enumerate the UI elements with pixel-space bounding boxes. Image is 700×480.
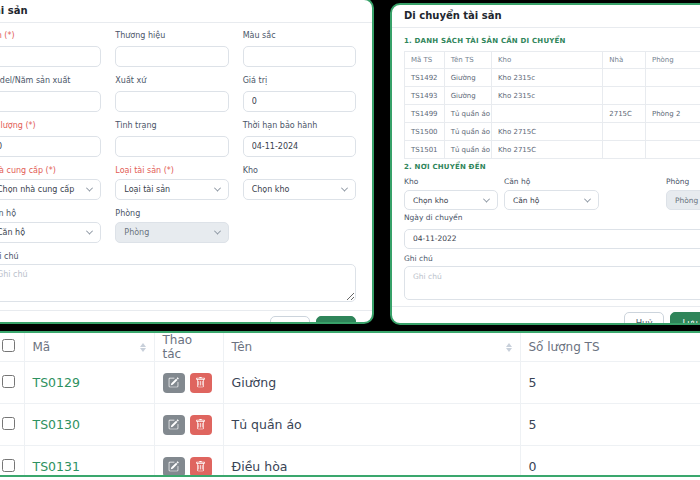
move-col-header: Mã TS xyxy=(405,52,445,69)
field-label: Thời hạn bảo hành xyxy=(243,121,356,131)
chevron-down-icon xyxy=(584,195,591,202)
move-table-cell: Tủ quần áo xyxy=(444,123,491,141)
field-label: Màu sắc xyxy=(243,31,356,41)
select-value: Căn hộ xyxy=(0,228,25,237)
move-table-row: TS1501Tủ quần áoKho 2715C xyxy=(405,141,700,159)
select-lo-i-t-i-s-n-[interactable]: Loại tài sản xyxy=(115,179,228,200)
move-table-row: TS1500Tủ quần áoKho 2715C xyxy=(405,123,700,141)
move-date-label: Ngày di chuyển xyxy=(404,213,700,223)
note-textarea[interactable] xyxy=(0,264,356,302)
edit-button[interactable] xyxy=(163,415,185,435)
delete-button[interactable] xyxy=(190,415,212,435)
field-label: Loại tài sản (*) xyxy=(115,166,228,176)
column-header-code[interactable]: Mã xyxy=(24,333,154,362)
column-header-actions: Thao tác xyxy=(154,333,223,362)
move-assets-table: Mã TSTên TSKhoNhàPhòng TS1492GiườngKho 2… xyxy=(404,51,700,159)
delete-button[interactable] xyxy=(190,457,212,477)
field-label: Xuất xứ xyxy=(115,76,228,86)
input-xu-t-x-[interactable] xyxy=(115,91,228,112)
asset-name-cell: Giường xyxy=(223,362,520,404)
field-label: Phòng xyxy=(666,177,700,187)
chevron-down-icon xyxy=(341,185,348,192)
move-modal-header: Di chuyển tài sản xyxy=(392,5,700,28)
move-table-cell xyxy=(645,141,700,159)
move-col-header: Tên TS xyxy=(444,52,491,69)
save-button[interactable]: Lưu xyxy=(316,316,356,324)
select-ph-ng: Phòng xyxy=(666,190,700,210)
asset-code-link[interactable]: TS0131 xyxy=(33,459,80,474)
section-destination-heading: 2. NƠI CHUYỂN ĐẾN xyxy=(404,163,700,171)
asset-modal-header: Tài sản xyxy=(0,0,372,23)
move-table-cell xyxy=(645,69,700,87)
asset-form-modal: Tài sản Tên (*)Thương hiệuMàu sắcModel/N… xyxy=(0,0,374,324)
chevron-down-icon xyxy=(214,228,221,235)
move-col-header: Nhà xyxy=(603,52,646,69)
select-value: Chọn kho xyxy=(252,185,290,194)
move-table-cell: TS1499 xyxy=(405,105,445,123)
asset-code-link[interactable]: TS0129 xyxy=(33,375,80,390)
field-label: Giá trị xyxy=(243,76,356,86)
move-table-cell: 2715C xyxy=(603,105,646,123)
select-ph-ng: Phòng xyxy=(115,222,228,243)
input-th-ng-hi-u[interactable] xyxy=(115,46,228,67)
table-row: TS0131Điều hòa0 xyxy=(0,446,700,478)
edit-button[interactable] xyxy=(163,373,185,393)
select-all-checkbox[interactable] xyxy=(2,339,15,352)
cancel-button[interactable]: Huỷ xyxy=(270,316,311,324)
edit-button[interactable] xyxy=(163,457,185,477)
move-table-cell: Giường xyxy=(444,87,491,105)
row-checkbox[interactable] xyxy=(2,417,15,430)
select-kho[interactable]: Chọn kho xyxy=(243,179,356,200)
chevron-down-icon xyxy=(214,185,221,192)
move-asset-modal: Di chuyển tài sản 1. DANH SÁCH TÀI SẢN C… xyxy=(390,3,700,325)
sort-icon[interactable] xyxy=(140,343,146,352)
row-checkbox[interactable] xyxy=(2,375,15,388)
chevron-down-icon xyxy=(86,228,93,235)
select-value: Chọn nhà cung cấp xyxy=(0,185,74,194)
move-col-header: Kho xyxy=(491,52,602,69)
input-th-i-h-n-b-o-h-nh[interactable] xyxy=(243,136,356,157)
field-label: Căn hộ xyxy=(504,177,599,187)
move-table-cell: Kho 2715C xyxy=(491,141,602,159)
select-value: Phòng xyxy=(675,196,698,205)
move-date-input[interactable] xyxy=(404,229,700,249)
move-modal-title: Di chuyển tài sản xyxy=(404,10,700,21)
asset-name-cell: Điều hòa xyxy=(223,446,520,478)
select-kho[interactable]: Chọn kho xyxy=(404,190,498,210)
move-col-header: Phòng xyxy=(645,52,700,69)
field-label: Tên (*) xyxy=(0,31,101,41)
field-label: Tình trạng xyxy=(115,121,228,131)
field-label: Phòng xyxy=(115,209,228,219)
field-label: Thương hiệu xyxy=(115,31,228,41)
trash-icon xyxy=(195,461,206,472)
column-header-name[interactable]: Tên xyxy=(223,333,520,362)
move-table-cell: Kho 2315c xyxy=(491,69,602,87)
asset-code-link[interactable]: TS0130 xyxy=(33,417,80,432)
table-row: TS0130Tủ quần áo5 xyxy=(0,404,700,446)
row-checkbox[interactable] xyxy=(2,459,15,472)
asset-name-cell: Tủ quần áo xyxy=(223,404,520,446)
move-table-cell xyxy=(603,141,646,159)
select-c-n-h-[interactable]: Căn hộ xyxy=(504,190,599,210)
move-table-cell: Phòng 2 xyxy=(645,105,700,123)
move-cancel-button[interactable]: Huỷ xyxy=(624,312,665,326)
field-label: Kho xyxy=(243,166,356,176)
input-t-nh-tr-ng[interactable] xyxy=(115,136,228,157)
select-nh-cung-c-p-[interactable]: Chọn nhà cung cấp xyxy=(0,179,101,200)
move-table-cell: TS1493 xyxy=(405,87,445,105)
input-s-l-ng-[interactable] xyxy=(0,136,101,157)
asset-qty-cell: 5 xyxy=(520,404,700,446)
move-table-cell xyxy=(645,123,700,141)
asset-list-table: Mã Thao tác Tên Số lượng TS TS0129Giường… xyxy=(0,333,700,477)
select-c-n-h-[interactable]: Căn hộ xyxy=(0,222,101,243)
input-gi-tr-[interactable] xyxy=(243,91,356,112)
delete-button[interactable] xyxy=(190,373,212,393)
input-m-u-s-c[interactable] xyxy=(243,46,356,67)
input-model-n-m-s-n-xu-t[interactable] xyxy=(0,91,101,112)
move-note-textarea[interactable] xyxy=(404,266,700,300)
sort-icon[interactable] xyxy=(506,343,512,352)
move-save-button[interactable]: Lưu xyxy=(670,312,700,326)
move-table-cell xyxy=(645,87,700,105)
section-move-list-heading: 1. DANH SÁCH TÀI SẢN CẦN DI CHUYỂN xyxy=(404,37,700,45)
input-t-n-[interactable] xyxy=(0,46,101,67)
